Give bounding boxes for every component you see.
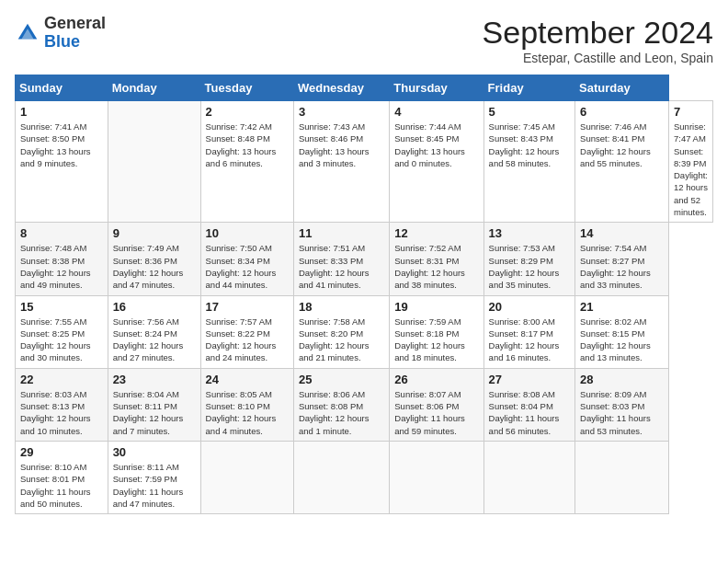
day-info: Sunrise: 7:55 AMSunset: 8:25 PMDaylight:… xyxy=(20,316,103,364)
calendar-day: 24Sunrise: 8:05 AMSunset: 8:10 PMDayligh… xyxy=(200,368,293,441)
calendar-day: 16Sunrise: 7:56 AMSunset: 8:24 PMDayligh… xyxy=(108,295,200,368)
day-number: 27 xyxy=(489,373,570,386)
calendar-day: 20Sunrise: 8:00 AMSunset: 8:17 PMDayligh… xyxy=(483,295,574,368)
logo-icon xyxy=(15,20,40,46)
day-info: Sunrise: 7:57 AMSunset: 8:22 PMDaylight:… xyxy=(206,316,289,364)
day-number: 2 xyxy=(206,105,289,119)
day-number: 8 xyxy=(20,226,103,240)
month-title: September 2024 xyxy=(483,15,713,51)
calendar-day: 3Sunrise: 7:43 AMSunset: 8:46 PMDaylight… xyxy=(293,101,389,223)
day-number: 28 xyxy=(580,373,664,386)
day-number: 22 xyxy=(20,373,103,386)
day-number: 20 xyxy=(489,300,570,314)
calendar-day: 27Sunrise: 8:08 AMSunset: 8:04 PMDayligh… xyxy=(483,368,574,441)
day-info: Sunrise: 7:43 AMSunset: 8:46 PMDaylight:… xyxy=(299,121,384,169)
calendar-day: 2Sunrise: 7:42 AMSunset: 8:48 PMDaylight… xyxy=(200,101,293,223)
calendar-day: 26Sunrise: 8:07 AMSunset: 8:06 PMDayligh… xyxy=(390,368,483,441)
weekday-header-row: SundayMondayTuesdayWednesdayThursdayFrid… xyxy=(16,75,713,101)
weekday-header: Monday xyxy=(108,75,200,101)
day-number: 1 xyxy=(20,105,103,119)
calendar-day: 10Sunrise: 7:50 AMSunset: 8:34 PMDayligh… xyxy=(200,223,293,295)
day-info: Sunrise: 8:09 AMSunset: 8:03 PMDaylight:… xyxy=(580,388,664,437)
calendar-day: 29Sunrise: 8:10 AMSunset: 8:01 PMDayligh… xyxy=(16,441,108,513)
day-number: 14 xyxy=(580,226,664,240)
day-info: Sunrise: 7:54 AMSunset: 8:27 PMDaylight:… xyxy=(580,242,664,291)
calendar-week-row: 8Sunrise: 7:48 AMSunset: 8:38 PMDaylight… xyxy=(16,223,713,295)
day-info: Sunrise: 7:48 AMSunset: 8:38 PMDaylight:… xyxy=(20,242,103,291)
calendar-week-row: 29Sunrise: 8:10 AMSunset: 8:01 PMDayligh… xyxy=(16,441,713,513)
day-info: Sunrise: 7:44 AMSunset: 8:45 PMDaylight:… xyxy=(394,121,478,169)
calendar-day: 30Sunrise: 8:11 AMSunset: 7:59 PMDayligh… xyxy=(108,441,200,513)
weekday-header: Friday xyxy=(483,75,574,101)
day-number: 10 xyxy=(206,226,289,240)
calendar-day: 21Sunrise: 8:02 AMSunset: 8:15 PMDayligh… xyxy=(575,295,669,368)
day-info: Sunrise: 8:06 AMSunset: 8:08 PMDaylight:… xyxy=(299,388,384,437)
day-number: 30 xyxy=(113,445,196,459)
calendar-day: 18Sunrise: 7:58 AMSunset: 8:20 PMDayligh… xyxy=(293,295,389,368)
page-header: General Blue September 2024 Estepar, Cas… xyxy=(15,15,713,65)
day-number: 19 xyxy=(394,300,478,314)
calendar-day: 28Sunrise: 8:09 AMSunset: 8:03 PMDayligh… xyxy=(575,368,669,441)
day-number: 24 xyxy=(206,373,289,386)
day-info: Sunrise: 8:02 AMSunset: 8:15 PMDaylight:… xyxy=(580,316,664,364)
calendar-day xyxy=(293,441,389,513)
day-number: 23 xyxy=(113,373,196,386)
calendar-day: 23Sunrise: 8:04 AMSunset: 8:11 PMDayligh… xyxy=(108,368,200,441)
calendar-day: 5Sunrise: 7:45 AMSunset: 8:43 PMDaylight… xyxy=(483,101,574,223)
day-info: Sunrise: 7:52 AMSunset: 8:31 PMDaylight:… xyxy=(394,242,478,291)
calendar-day: 25Sunrise: 8:06 AMSunset: 8:08 PMDayligh… xyxy=(293,368,389,441)
calendar-day: 4Sunrise: 7:44 AMSunset: 8:45 PMDaylight… xyxy=(390,101,483,223)
weekday-header: Sunday xyxy=(16,75,108,101)
day-number: 3 xyxy=(299,105,384,119)
day-number: 6 xyxy=(580,105,664,119)
day-info: Sunrise: 8:05 AMSunset: 8:10 PMDaylight:… xyxy=(206,388,289,437)
day-number: 4 xyxy=(394,105,478,119)
day-number: 7 xyxy=(674,105,708,119)
day-number: 11 xyxy=(299,226,384,240)
day-number: 21 xyxy=(580,300,664,314)
day-number: 25 xyxy=(299,373,384,386)
calendar-day: 14Sunrise: 7:54 AMSunset: 8:27 PMDayligh… xyxy=(575,223,669,295)
calendar-week-row: 1Sunrise: 7:41 AMSunset: 8:50 PMDaylight… xyxy=(16,101,713,223)
calendar-day xyxy=(390,441,483,513)
day-number: 16 xyxy=(113,300,196,314)
calendar-day: 12Sunrise: 7:52 AMSunset: 8:31 PMDayligh… xyxy=(390,223,483,295)
day-number: 17 xyxy=(206,300,289,314)
weekday-header: Wednesday xyxy=(293,75,389,101)
day-info: Sunrise: 7:50 AMSunset: 8:34 PMDaylight:… xyxy=(206,242,289,291)
day-info: Sunrise: 7:41 AMSunset: 8:50 PMDaylight:… xyxy=(20,121,103,169)
calendar-day: 22Sunrise: 8:03 AMSunset: 8:13 PMDayligh… xyxy=(16,368,108,441)
day-info: Sunrise: 7:56 AMSunset: 8:24 PMDaylight:… xyxy=(113,316,196,364)
day-number: 9 xyxy=(113,226,196,240)
calendar-day xyxy=(483,441,574,513)
calendar-week-row: 22Sunrise: 8:03 AMSunset: 8:13 PMDayligh… xyxy=(16,368,713,441)
calendar-day xyxy=(200,441,293,513)
logo: General Blue xyxy=(15,15,106,52)
calendar-day xyxy=(108,101,200,223)
day-number: 12 xyxy=(394,226,478,240)
day-number: 26 xyxy=(394,373,478,386)
calendar-day: 1Sunrise: 7:41 AMSunset: 8:50 PMDaylight… xyxy=(16,101,108,223)
day-info: Sunrise: 7:46 AMSunset: 8:41 PMDaylight:… xyxy=(580,121,664,169)
weekday-header: Tuesday xyxy=(200,75,293,101)
day-info: Sunrise: 7:49 AMSunset: 8:36 PMDaylight:… xyxy=(113,242,196,291)
day-info: Sunrise: 8:11 AMSunset: 7:59 PMDaylight:… xyxy=(113,461,196,510)
calendar-day: 11Sunrise: 7:51 AMSunset: 8:33 PMDayligh… xyxy=(293,223,389,295)
day-info: Sunrise: 7:47 AMSunset: 8:39 PMDaylight:… xyxy=(674,121,708,218)
day-number: 5 xyxy=(489,105,570,119)
location-subtitle: Estepar, Castille and Leon, Spain xyxy=(483,51,713,65)
calendar-table: SundayMondayTuesdayWednesdayThursdayFrid… xyxy=(15,75,713,514)
calendar-day: 7Sunrise: 7:47 AMSunset: 8:39 PMDaylight… xyxy=(668,101,712,223)
day-info: Sunrise: 7:45 AMSunset: 8:43 PMDaylight:… xyxy=(489,121,570,169)
calendar-day: 13Sunrise: 7:53 AMSunset: 8:29 PMDayligh… xyxy=(483,223,574,295)
weekday-header: Thursday xyxy=(390,75,483,101)
day-info: Sunrise: 8:03 AMSunset: 8:13 PMDaylight:… xyxy=(20,388,103,437)
calendar-day: 8Sunrise: 7:48 AMSunset: 8:38 PMDaylight… xyxy=(16,223,108,295)
logo-text: General Blue xyxy=(44,15,106,52)
day-info: Sunrise: 7:58 AMSunset: 8:20 PMDaylight:… xyxy=(299,316,384,364)
day-info: Sunrise: 8:10 AMSunset: 8:01 PMDaylight:… xyxy=(20,461,103,510)
weekday-header: Saturday xyxy=(575,75,669,101)
day-info: Sunrise: 7:59 AMSunset: 8:18 PMDaylight:… xyxy=(394,316,478,364)
calendar-day xyxy=(575,441,669,513)
day-info: Sunrise: 7:51 AMSunset: 8:33 PMDaylight:… xyxy=(299,242,384,291)
